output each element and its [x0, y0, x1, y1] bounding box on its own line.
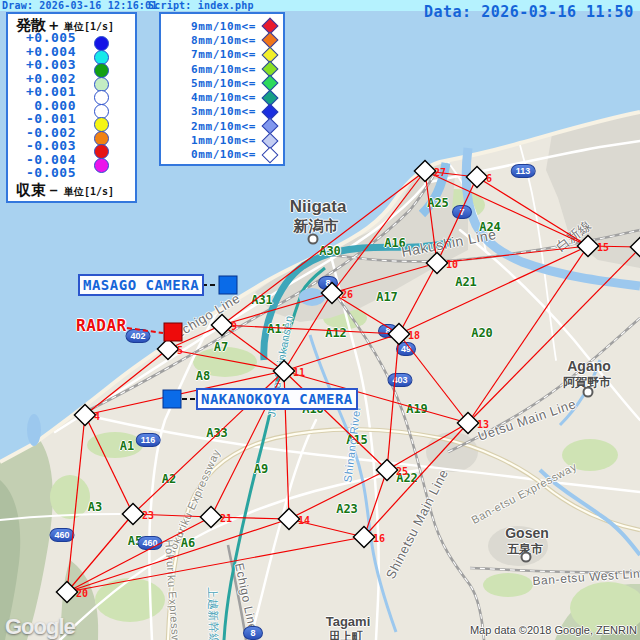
rain-legend-label: 7mm/10m<=	[191, 48, 256, 61]
nakanokoya-camera-label[interactable]: NAKANOKOYA CAMERA	[196, 388, 358, 410]
nakanokoya-camera-marker[interactable]	[163, 390, 181, 408]
divergence-circle	[94, 36, 109, 51]
script-name: Script: index.php	[148, 0, 254, 11]
nakanokoya-camera-label-text: NAKANOKOYA CAMERA	[201, 391, 353, 407]
rain-legend-row: 3mm/10m<=	[163, 105, 278, 119]
divergence-circle	[94, 144, 109, 159]
rain-legend-row: 1mm/10m<=	[163, 133, 278, 147]
rain-legend-row: 2mm/10m<=	[163, 119, 278, 133]
divergence-values: +0.005+0.004+0.003+0.002+0.0010.000-0.00…	[10, 30, 76, 179]
rain-legend-row: 7mm/10m<=	[163, 48, 278, 62]
divergence-value: +0.005	[10, 30, 76, 44]
divergence-circle	[94, 63, 109, 78]
convergence-legend-footer: 収束－単位[1/s]	[16, 180, 114, 200]
divergence-value: -0.005	[10, 165, 76, 179]
rain-legend-label: 3mm/10m<=	[191, 105, 256, 118]
rain-legend-row: 6mm/10m<=	[163, 62, 278, 76]
convergence-unit: 単位[1/s]	[64, 186, 114, 197]
divergence-value: +0.001	[10, 84, 76, 98]
rain-legend-row: 4mm/10m<=	[163, 90, 278, 104]
divergence-value: +0.003	[10, 57, 76, 71]
masago-camera-label-text: MASAGO CAMERA	[83, 277, 199, 293]
divergence-circle	[94, 117, 109, 132]
radar-label-text: RADAR	[76, 316, 127, 335]
rain-legend-row: 5mm/10m<=	[163, 76, 278, 90]
rain-legend-label: 5mm/10m<=	[191, 77, 256, 90]
convergence-title: 収束－	[16, 181, 61, 199]
rain-legend-label: 6mm/10m<=	[191, 63, 256, 76]
rain-legend-label: 9mm/10m<=	[191, 20, 256, 33]
divergence-value: -0.004	[10, 152, 76, 166]
masago-camera-marker[interactable]	[219, 276, 237, 294]
radar-marker[interactable]	[164, 323, 182, 341]
divergence-legend: 発散＋単位[1/s] +0.005+0.004+0.003+0.002+0.00…	[6, 12, 137, 203]
divergence-value: +0.004	[10, 44, 76, 58]
divergence-value: -0.002	[10, 125, 76, 139]
divergence-circles	[94, 36, 114, 186]
rain-legend-rows: 9mm/10m<=8mm/10m<=7mm/10m<=6mm/10m<=5mm/…	[163, 19, 278, 162]
masago-camera-label[interactable]: MASAGO CAMERA	[78, 274, 204, 296]
draw-timestamp: Draw: 2026-03-16 12:16:01	[2, 0, 158, 11]
radar-label[interactable]: RADAR	[76, 316, 127, 335]
divergence-value: +0.002	[10, 71, 76, 85]
rain-legend-label: 1mm/10m<=	[191, 134, 256, 147]
rain-legend-row: 8mm/10m<=	[163, 33, 278, 47]
divergence-value: -0.003	[10, 138, 76, 152]
divergence-circle	[94, 158, 109, 173]
rain-legend: 9mm/10m<=8mm/10m<=7mm/10m<=6mm/10m<=5mm/…	[159, 12, 285, 166]
map-attribution: Map data ©2018 Google, ZENRIN	[470, 624, 637, 636]
rain-legend-label: 8mm/10m<=	[191, 34, 256, 47]
rain-legend-row: 9mm/10m<=	[163, 19, 278, 33]
data-timestamp: Data: 2026-03-16 11:50	[424, 3, 634, 21]
divergence-circle	[94, 90, 109, 105]
divergence-value: -0.001	[10, 111, 76, 125]
rain-legend-label: 2mm/10m<=	[191, 120, 256, 133]
rain-legend-label: 4mm/10m<=	[191, 91, 256, 104]
radar-connector	[127, 328, 163, 333]
rain-diamond-icon	[262, 146, 279, 163]
rain-legend-row: 0mm/10m<=	[163, 148, 278, 162]
google-logo[interactable]: Google	[5, 614, 75, 640]
divergence-value: 0.000	[10, 98, 76, 112]
screen: A1A2A3A5A6A7A8A9A11A12A15A16A17A18A19A20…	[0, 0, 640, 640]
rain-legend-label: 0mm/10m<=	[191, 148, 256, 161]
